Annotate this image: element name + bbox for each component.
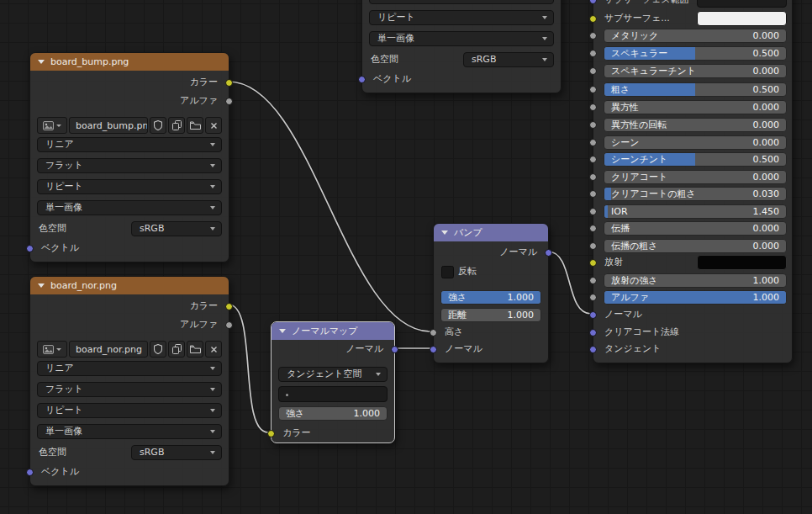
socket-normal-input[interactable] <box>430 346 437 353</box>
socket-roughness[interactable] <box>589 86 597 93</box>
sheen-tint-slider[interactable]: シーンチント 0.500 <box>604 152 787 167</box>
node-image-texture-board-bump[interactable]: board_bump.png カラー アルファ board_bump.png <box>29 52 229 262</box>
new-image-button[interactable] <box>168 341 185 358</box>
socket-vector-input[interactable] <box>26 469 34 476</box>
socket-tangent-input[interactable] <box>589 346 597 353</box>
unlink-image-button[interactable] <box>205 341 222 358</box>
socket-vector-input[interactable] <box>358 76 366 83</box>
socket-vector-input[interactable] <box>26 245 34 252</box>
socket-alpha-output[interactable] <box>225 98 233 105</box>
socket-emission[interactable] <box>589 259 597 267</box>
colorspace-dropdown[interactable]: sRGB <box>463 52 554 67</box>
node-normal-map[interactable]: ノーマルマップ ノーマル タンジェント空間 強さ 1.000 カラー <box>271 321 395 443</box>
extension-dropdown[interactable]: リピート <box>37 179 222 194</box>
socket-color-output[interactable] <box>225 303 233 310</box>
strength-slider[interactable]: 強さ 1.000 <box>440 290 541 305</box>
socket-transmission[interactable] <box>589 225 597 232</box>
collapse-icon[interactable] <box>441 231 448 235</box>
source-dropdown[interactable]: 単一画像 <box>37 424 222 439</box>
extension-dropdown[interactable]: リピート <box>37 403 222 418</box>
socket-height-input[interactable] <box>430 329 437 336</box>
specular-tint-slider[interactable]: スペキュラーチント 0.000 <box>604 64 787 78</box>
socket-sheen-tint[interactable] <box>589 156 597 163</box>
clearcoat-slider[interactable]: クリアコート 0.000 <box>604 170 787 184</box>
node-image-texture-board-nor[interactable]: board_nor.png カラー アルファ board_nor.png <box>29 276 229 486</box>
unlink-image-button[interactable] <box>205 117 222 134</box>
distance-slider[interactable]: 距離 1.000 <box>440 308 541 322</box>
row-specular: スペキュラー 0.500 <box>593 45 792 61</box>
collapse-icon[interactable] <box>38 60 45 64</box>
socket-alpha[interactable] <box>589 294 597 301</box>
alpha-slider[interactable]: アルファ 1.000 <box>604 290 787 305</box>
socket-metallic[interactable] <box>589 32 597 40</box>
socket-subsurface-color[interactable] <box>589 15 597 23</box>
node-editor-canvas[interactable]: board_bump.png カラー アルファ board_bump.png <box>0 0 812 514</box>
strength-slider[interactable]: 強さ 1.000 <box>278 406 388 421</box>
node-header[interactable]: ノーマルマップ <box>272 322 394 340</box>
node-principled-bsdf[interactable]: サブサーフェス範囲 サブサーフェ... メタリック 0.000 スペキュラー 0… <box>593 0 793 363</box>
source-dropdown[interactable]: 単一画像 <box>37 200 222 215</box>
socket-specular-tint[interactable] <box>589 67 597 75</box>
image-name-field[interactable]: board_nor.png <box>69 341 148 358</box>
socket-clearcoat[interactable] <box>589 173 597 181</box>
socket-anisotropic-rotation[interactable] <box>589 121 597 129</box>
colorspace-dropdown[interactable]: sRGB <box>131 221 222 236</box>
socket-color-output[interactable] <box>225 79 233 87</box>
socket-anisotropic[interactable] <box>589 103 597 111</box>
space-dropdown[interactable]: タンジェント空間 <box>278 367 388 382</box>
socket-sheen[interactable] <box>589 139 597 146</box>
uvmap-field[interactable] <box>278 386 388 402</box>
fake-user-button[interactable] <box>150 341 166 358</box>
source-dropdown[interactable]: 単一画像 <box>369 31 554 46</box>
anisotropic-slider[interactable]: 異方性 0.000 <box>604 100 787 114</box>
socket-ior[interactable] <box>589 208 597 215</box>
transmission-roughness-slider[interactable]: 伝播の粗さ 0.000 <box>604 239 787 253</box>
sheen-slider[interactable]: シーン 0.000 <box>604 135 787 150</box>
colorspace-dropdown[interactable]: sRGB <box>131 445 222 460</box>
extension-dropdown[interactable]: リピート <box>369 10 554 25</box>
socket-subsurface-radius[interactable] <box>589 0 597 4</box>
collapse-icon[interactable] <box>38 283 45 288</box>
image-name-field[interactable]: board_bump.png <box>69 117 148 134</box>
socket-specular[interactable] <box>589 50 597 57</box>
open-image-button[interactable] <box>187 117 203 134</box>
node-header[interactable]: バンプ <box>434 224 548 241</box>
collapse-icon[interactable] <box>279 329 286 333</box>
projection-dropdown[interactable]: フラット <box>37 158 222 173</box>
node-header[interactable]: board_bump.png <box>30 53 229 71</box>
metallic-slider[interactable]: メタリック 0.000 <box>604 29 787 43</box>
invert-checkbox[interactable] <box>441 266 454 278</box>
subsurface-radius-field[interactable] <box>697 0 787 8</box>
row-output-alpha: アルファ <box>30 317 229 332</box>
specular-slider[interactable]: スペキュラー 0.500 <box>604 46 787 61</box>
roughness-slider[interactable]: 粗さ 0.500 <box>604 82 787 97</box>
socket-normal-input[interactable] <box>589 311 597 319</box>
clearcoat-roughness-slider[interactable]: クリアコートの粗さ 0.030 <box>604 187 787 201</box>
interpolation-dropdown[interactable]: リニア <box>37 137 222 152</box>
socket-clearcoat-normal-input[interactable] <box>589 329 597 336</box>
subsurface-color-swatch[interactable] <box>697 11 787 26</box>
socket-color-input[interactable] <box>267 430 275 437</box>
anisotropic-rotation-slider[interactable]: 異方性の回転 0.000 <box>604 118 787 132</box>
socket-emission-strength[interactable] <box>589 277 597 284</box>
image-browse-button[interactable] <box>37 341 67 358</box>
projection-dropdown-partial[interactable] <box>369 0 554 4</box>
socket-normal-output[interactable] <box>391 346 398 353</box>
fake-user-button[interactable] <box>150 117 166 134</box>
new-image-button[interactable] <box>168 117 185 134</box>
socket-transmission-roughness[interactable] <box>589 242 597 250</box>
transmission-slider[interactable]: 伝播 0.000 <box>604 221 787 236</box>
socket-normal-output[interactable] <box>545 249 552 257</box>
projection-dropdown[interactable]: フラット <box>37 382 222 397</box>
node-header[interactable]: board_nor.png <box>30 277 229 294</box>
interpolation-dropdown[interactable]: リニア <box>37 361 222 376</box>
emission-strength-slider[interactable]: 放射の強さ 1.000 <box>604 273 787 288</box>
node-image-texture-partial[interactable]: リピート 単一画像 色空間 sRGB ベクトル <box>361 0 562 93</box>
socket-clearcoat-roughness[interactable] <box>589 190 597 198</box>
open-image-button[interactable] <box>187 341 203 358</box>
node-bump[interactable]: バンプ ノーマル 反転 強さ 1.000 距離 1.000 高さ ノーマル <box>433 223 549 363</box>
image-browse-button[interactable] <box>37 117 67 134</box>
socket-alpha-output[interactable] <box>225 321 233 329</box>
emission-color-swatch[interactable] <box>697 255 787 270</box>
ior-slider[interactable]: IOR 1.450 <box>604 204 787 219</box>
